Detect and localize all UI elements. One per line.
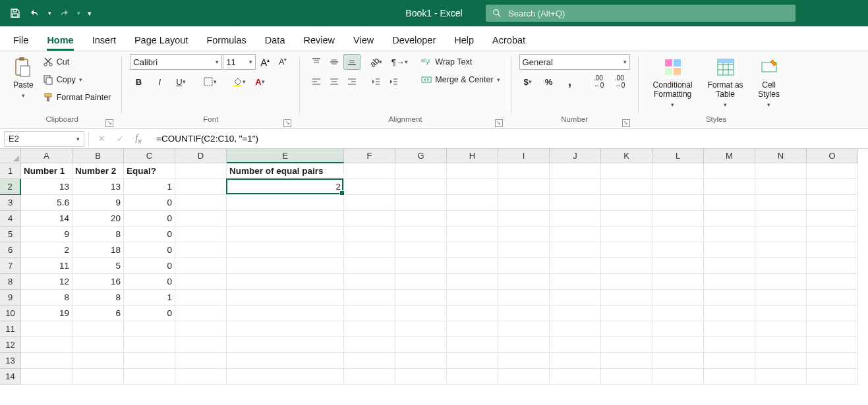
cell-E9[interactable] (227, 290, 344, 306)
cell-I1[interactable] (498, 163, 550, 179)
cell-G10[interactable] (395, 306, 447, 321)
cell-L12[interactable] (652, 337, 704, 353)
cell-A4[interactable]: 14 (21, 211, 72, 227)
cell-E6[interactable] (227, 242, 344, 258)
cell-I13[interactable] (498, 353, 550, 369)
tab-data[interactable]: Data (265, 31, 285, 51)
col-header-O[interactable]: O (807, 149, 858, 163)
cell-M3[interactable] (704, 195, 755, 211)
cell-J3[interactable] (550, 195, 601, 211)
cell-M1[interactable] (704, 163, 755, 179)
search-input[interactable] (508, 9, 789, 18)
cell-E8[interactable] (227, 274, 344, 290)
cell-L9[interactable] (652, 290, 704, 306)
cell-K12[interactable] (601, 337, 652, 353)
merge-center-button[interactable]: Merge & Center▾ (419, 72, 502, 88)
cell-M14[interactable] (704, 369, 755, 385)
cell-E3[interactable] (227, 195, 344, 211)
cell-B10[interactable]: 6 (72, 306, 124, 321)
bold-button[interactable]: B (130, 74, 147, 90)
cancel-formula-button[interactable]: ✕ (93, 131, 110, 147)
cell-I12[interactable] (498, 337, 550, 353)
cell-D10[interactable] (175, 306, 227, 321)
cell-G14[interactable] (395, 369, 447, 385)
cell-F3[interactable] (344, 195, 395, 211)
cell-D8[interactable] (175, 274, 227, 290)
cell-D11[interactable] (175, 321, 227, 337)
ltr-button[interactable]: ¶→▾ (391, 54, 408, 70)
cell-L14[interactable] (652, 369, 704, 385)
cell-J2[interactable] (550, 179, 601, 195)
row-header-11[interactable]: 11 (0, 321, 21, 337)
cell-D13[interactable] (175, 353, 227, 369)
redo-dropdown-icon[interactable]: ▾ (75, 10, 82, 16)
cell-G5[interactable] (395, 227, 447, 242)
cell-N13[interactable] (755, 353, 807, 369)
increase-decimal-button[interactable]: .00←0 (591, 74, 608, 90)
cell-N7[interactable] (755, 258, 807, 274)
cell-A3[interactable]: 5.6 (21, 195, 72, 211)
tab-review[interactable]: Review (303, 31, 335, 51)
cell-M13[interactable] (704, 353, 755, 369)
format-as-table-button[interactable]: Format as Table▾ (703, 54, 748, 111)
cell-H1[interactable] (447, 163, 498, 179)
cell-O12[interactable] (807, 337, 858, 353)
cell-E11[interactable] (227, 321, 344, 337)
cell-H3[interactable] (447, 195, 498, 211)
cell-G7[interactable] (395, 258, 447, 274)
cell-O14[interactable] (807, 369, 858, 385)
col-header-L[interactable]: L (652, 149, 704, 163)
row-header-14[interactable]: 14 (0, 369, 21, 385)
cell-D1[interactable] (175, 163, 227, 179)
col-header-F[interactable]: F (344, 149, 395, 163)
cell-N4[interactable] (755, 211, 807, 227)
cell-J5[interactable] (550, 227, 601, 242)
increase-indent-button[interactable] (385, 74, 402, 90)
name-box[interactable]: E2▾ (4, 131, 84, 147)
format-painter-button[interactable]: Format Painter (40, 90, 114, 105)
cell-G11[interactable] (395, 321, 447, 337)
cell-C12[interactable] (124, 337, 175, 353)
decrease-font-button[interactable]: A▾ (274, 54, 291, 70)
cell-D2[interactable] (175, 179, 227, 195)
cell-D5[interactable] (175, 227, 227, 242)
cell-J6[interactable] (550, 242, 601, 258)
cell-B2[interactable]: 13 (72, 179, 124, 195)
cell-O3[interactable] (807, 195, 858, 211)
decrease-decimal-button[interactable]: .00→0 (612, 74, 629, 90)
cell-I2[interactable] (498, 179, 550, 195)
cell-D6[interactable] (175, 242, 227, 258)
cell-A9[interactable]: 8 (21, 290, 72, 306)
font-color-button[interactable]: A▾ (251, 74, 268, 90)
select-all-corner[interactable] (0, 149, 21, 163)
undo-button[interactable] (26, 5, 43, 22)
cell-D4[interactable] (175, 211, 227, 227)
tab-page-layout[interactable]: Page Layout (134, 31, 188, 51)
col-header-C[interactable]: C (124, 149, 175, 163)
cell-K1[interactable] (601, 163, 652, 179)
align-top-button[interactable] (308, 54, 325, 70)
col-header-K[interactable]: K (601, 149, 652, 163)
row-header-6[interactable]: 6 (0, 242, 21, 258)
cell-F4[interactable] (344, 211, 395, 227)
cell-M6[interactable] (704, 242, 755, 258)
cell-K9[interactable] (601, 290, 652, 306)
search-box[interactable] (486, 5, 796, 22)
col-header-G[interactable]: G (395, 149, 447, 163)
cell-I8[interactable] (498, 274, 550, 290)
cell-F14[interactable] (344, 369, 395, 385)
conditional-formatting-button[interactable]: Conditional Formatting▾ (647, 54, 699, 111)
cell-F12[interactable] (344, 337, 395, 353)
cell-M11[interactable] (704, 321, 755, 337)
cell-E1[interactable]: Number of equal pairs (227, 163, 344, 179)
cell-N14[interactable] (755, 369, 807, 385)
cell-C2[interactable]: 1 (124, 179, 175, 195)
row-header-10[interactable]: 10 (0, 306, 21, 321)
cell-B1[interactable]: Number 2 (72, 163, 124, 179)
cell-A7[interactable]: 11 (21, 258, 72, 274)
cell-F11[interactable] (344, 321, 395, 337)
cell-C11[interactable] (124, 321, 175, 337)
row-header-13[interactable]: 13 (0, 353, 21, 369)
cell-I11[interactable] (498, 321, 550, 337)
cell-G2[interactable] (395, 179, 447, 195)
